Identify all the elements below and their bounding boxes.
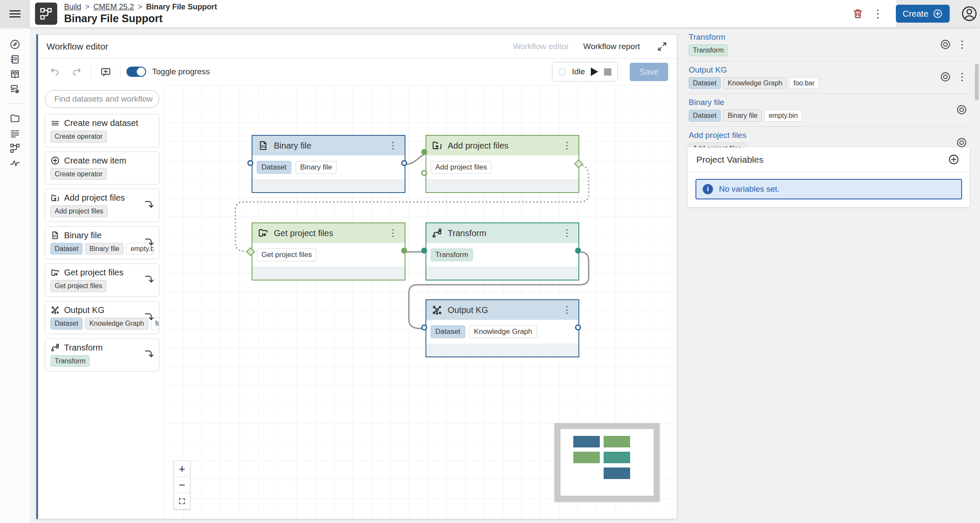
port-input[interactable] [421,324,427,330]
insert-into-canvas-icon[interactable] [144,312,154,324]
node-transform[interactable]: Transform ⋮ Transform [425,222,579,280]
node-menu-icon[interactable]: ⋮ [387,228,399,239]
rail-item-queries[interactable] [6,82,24,96]
add-note-button[interactable] [97,64,114,80]
create-button[interactable]: Create [896,5,950,23]
hamburger-icon [9,9,21,19]
port-output[interactable] [575,324,581,330]
node-output-kg[interactable]: Output KG ⋮ Dataset Knowledge Graph [425,299,579,357]
port-input-connected[interactable] [421,248,427,254]
activity-pulse-icon [9,158,21,169]
item-link[interactable]: Transform [689,32,940,42]
panel-item-output-kg[interactable]: Output KG Dataset Knowledge Graph foo:ba… [688,61,970,94]
palette-search[interactable] [45,90,159,108]
item-link[interactable]: Binary file [689,98,956,107]
tab-workflow-editor[interactable]: Workflow editor [513,42,569,51]
zoom-in-button[interactable]: + [174,461,190,477]
dataset-lines-icon [9,128,21,139]
breadcrumb-link-cmem[interactable]: CMEM 25.2 [94,3,134,12]
status-idle-icon [558,68,566,76]
main-menu-button[interactable] [0,0,30,27]
breadcrumb: Build > CMEM 25.2 > Binary File Support [64,3,217,12]
tag-chip: Dataset [257,161,291,174]
insert-into-canvas-icon[interactable] [144,274,154,286]
port-output-connected[interactable] [401,248,407,254]
undo-button[interactable] [47,64,63,80]
rail-item-ontologies[interactable] [6,67,24,82]
breadcrumb-separator: > [138,3,143,12]
add-variable-button[interactable] [945,151,962,168]
palette-item-add-project-files[interactable]: Add project files Add project files [45,189,159,222]
node-get-project-files[interactable]: Get project files ⋮ Get project files [252,222,405,280]
node-add-project-files[interactable]: Add project files ⋮ Add project files [425,135,579,193]
stop-workflow-button[interactable] [604,68,611,76]
rail-item-vocabularies[interactable] [6,52,24,67]
rail-item-datasets[interactable] [6,126,24,140]
expand-panel-button[interactable] [654,39,670,54]
item-link[interactable]: Output KG [689,65,940,75]
breadcrumb-link-build[interactable]: Build [64,3,81,12]
tag-chip: Knowledge Graph [723,77,786,89]
eye-icon[interactable] [940,39,951,50]
node-menu-icon[interactable]: ⋮ [560,304,573,316]
node-title: Binary file [274,141,381,151]
canvas-minimap[interactable] [555,423,660,502]
header-right-zone: Create [896,0,980,27]
minimap-node-binary-file [573,436,600,447]
tag-chip: Dataset [431,325,465,339]
node-menu-icon[interactable]: ⋮ [387,140,399,151]
panel-item-transform[interactable]: Transform Transform ⋮ [688,29,970,61]
rail-item-projects[interactable] [6,111,24,126]
sticky-note-plus-icon [100,66,111,78]
app-logo[interactable] [35,3,57,25]
workflow-canvas[interactable]: 01 Binary file ⋮ Dataset Binary file Add… [164,85,677,519]
insert-into-canvas-icon[interactable] [144,349,154,361]
run-workflow-button[interactable] [591,67,598,76]
palette-item-label: Binary file [64,231,102,240]
port-output[interactable] [401,160,407,166]
trash-icon [852,8,864,20]
rail-item-workflows[interactable] [6,140,24,155]
redo-button[interactable] [69,64,85,80]
node-menu-icon[interactable]: ⋮ [560,140,573,151]
port-input-connected[interactable] [421,149,427,155]
save-button[interactable]: Save [630,63,668,81]
rail-item-explore[interactable] [6,37,24,52]
palette-item-get-project-files[interactable]: Get project files Get project files [45,263,159,297]
delete-workflow-button[interactable] [849,5,866,22]
palette-item-transform[interactable]: Transform Transform [45,339,159,372]
edge-binaryfile-to-addprojectfiles [405,153,425,164]
panel-scrollbar[interactable] [975,64,979,100]
eye-icon[interactable] [956,104,967,115]
header-more-menu[interactable]: ⋮ [870,6,886,22]
toggle-progress-switch[interactable] [126,67,146,77]
top-header: Build > CMEM 25.2 > Binary File Support … [0,0,980,27]
palette-item-create-new-item[interactable]: Create new item Create operator [45,152,159,185]
rail-item-activities[interactable] [6,155,24,170]
panel-item-binary-file[interactable]: Binary file Dataset Binary file empty.bi… [688,94,970,127]
port-output-connected[interactable] [575,248,581,254]
item-menu-icon[interactable]: ⋮ [957,72,967,82]
palette-item-binary-file[interactable]: 01 Binary file Dataset Binary file empty… [45,226,159,260]
notebook-icon [9,54,21,65]
zoom-out-button[interactable]: − [174,477,190,493]
port-input[interactable] [247,160,253,166]
user-account-button[interactable] [958,3,980,25]
palette-search-input[interactable] [54,94,159,104]
tab-workflow-report[interactable]: Workflow report [583,42,640,51]
user-avatar-icon [961,5,978,22]
node-binary-file[interactable]: 01 Binary file ⋮ Dataset Binary file [252,135,405,193]
port-input[interactable] [421,170,427,176]
insert-into-canvas-icon[interactable] [144,199,154,211]
knowledge-graph-icon [431,304,443,316]
insert-into-canvas-icon[interactable] [144,237,154,249]
fit-view-button[interactable] [174,493,190,509]
item-link[interactable]: Add project files [689,131,956,140]
palette-item-output-kg[interactable]: Output KG Dataset Knowledge Graph foo:ba… [45,301,159,334]
palette-item-create-new-dataset[interactable]: Create new dataset Create operator [45,114,159,147]
eye-icon[interactable] [956,137,967,148]
item-menu-icon[interactable]: ⋮ [957,39,967,50]
knowledge-graph-icon [50,305,60,315]
eye-icon[interactable] [940,71,951,82]
node-menu-icon[interactable]: ⋮ [560,228,573,239]
